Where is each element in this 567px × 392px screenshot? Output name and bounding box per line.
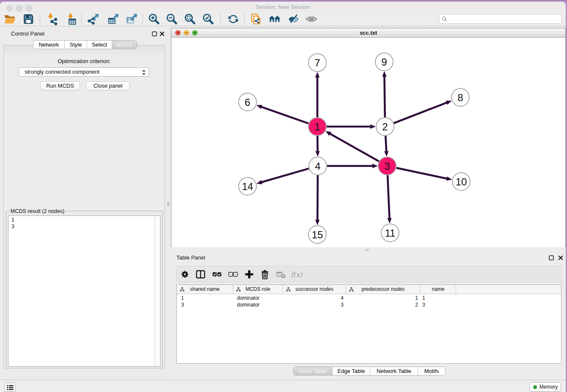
split-panel-button[interactable] — [195, 269, 206, 280]
graph-node-2[interactable]: 2 — [376, 118, 394, 135]
select-all-button[interactable] — [212, 269, 223, 280]
tab-node-table[interactable]: Node Table — [294, 367, 332, 375]
horizontal-splitter-handle[interactable] — [365, 249, 369, 251]
tab-edge-table[interactable]: Edge Table — [332, 367, 370, 375]
task-history-button[interactable] — [4, 383, 16, 392]
column-header-successor-nodes[interactable]: successor nodes — [283, 285, 346, 294]
graph-edge-4-3[interactable] — [327, 164, 378, 168]
open-session-button[interactable] — [3, 13, 16, 25]
table-cell[interactable]: 3 — [283, 301, 346, 308]
deselect-all-button[interactable] — [228, 269, 239, 280]
zoom-in-button[interactable] — [148, 13, 160, 25]
tab-mcds[interactable]: MCDS — [112, 41, 137, 49]
graph-edge-1-2[interactable] — [327, 124, 376, 129]
table-cell[interactable]: 3 — [421, 301, 456, 308]
memory-button[interactable]: Memory — [529, 382, 561, 392]
table-row[interactable]: 3dominator323 — [177, 301, 561, 308]
table-cell[interactable]: 1 — [177, 295, 233, 301]
vertical-splitter[interactable] — [166, 26, 171, 380]
column-header-shared-name[interactable]: shared name — [177, 285, 233, 294]
search-box[interactable] — [439, 14, 562, 24]
table-panel-float-icon[interactable] — [549, 255, 554, 261]
run-mcds-button[interactable]: Run MCDS — [40, 81, 80, 91]
table-row[interactable]: 1dominator411 — [177, 295, 561, 301]
table-cell[interactable]: 4 — [283, 295, 346, 301]
criterion-dropdown[interactable]: strongly connected component — [19, 67, 149, 77]
show-all-button[interactable] — [305, 13, 318, 25]
network-canvas[interactable]: 1234678910111415 — [171, 38, 565, 247]
network-minimize-button[interactable] — [184, 30, 189, 36]
table-cell[interactable]: dominator — [233, 295, 283, 301]
graph-edge-2-3[interactable] — [384, 136, 388, 157]
graph-node-11[interactable]: 11 — [381, 224, 399, 242]
duplicate-network-button[interactable] — [250, 13, 263, 25]
add-column-button[interactable] — [244, 269, 255, 280]
column-header-name[interactable]: name — [421, 285, 456, 294]
graph-node-8[interactable]: 8 — [451, 88, 469, 106]
graph-edge-2-9[interactable] — [382, 71, 386, 117]
first-neighbors-button[interactable] — [227, 13, 239, 25]
import-network-button[interactable] — [45, 13, 58, 25]
network-close-button[interactable] — [175, 30, 181, 36]
export-image-button[interactable] — [125, 13, 138, 25]
zoom-fit-button[interactable] — [184, 13, 196, 25]
tab-network[interactable]: Network — [33, 41, 64, 49]
graph-edge-1-6[interactable] — [256, 105, 308, 124]
hide-selected-button[interactable] — [287, 13, 300, 25]
delete-column-button[interactable] — [259, 269, 270, 280]
table-cell[interactable]: 2 — [346, 301, 421, 308]
graph-node-3[interactable]: 3 — [378, 157, 396, 175]
import-network-icon — [45, 13, 58, 25]
table-cell[interactable]: 1 — [421, 295, 456, 301]
horizontal-splitter[interactable] — [171, 247, 566, 253]
graph-edge-4-15[interactable] — [315, 175, 319, 225]
mcds-result-text[interactable]: 1 3 — [8, 215, 161, 367]
tab-style[interactable]: Style — [64, 41, 87, 49]
table-cell[interactable]: 3 — [177, 301, 233, 308]
graph-edge-2-8[interactable] — [394, 101, 452, 123]
graph-node-15[interactable]: 15 — [308, 226, 326, 243]
graph-node-1[interactable]: 1 — [308, 118, 326, 135]
tab-network-table[interactable]: Network Table — [370, 367, 418, 375]
table-settings-icon — [179, 269, 190, 280]
graph-node-4[interactable]: 4 — [309, 157, 327, 175]
graph-node-14[interactable]: 14 — [239, 177, 256, 195]
network-zoom-button[interactable] — [192, 30, 198, 36]
save-session-button[interactable] — [22, 13, 35, 25]
graph-edge-3-10[interactable] — [396, 168, 452, 181]
table-cell[interactable]: dominator — [233, 301, 283, 308]
window-titlebar[interactable]: Session: New Session — [0, 2, 566, 12]
network-window-titlebar[interactable]: scc.txt — [171, 28, 565, 38]
graph-edge-1-7[interactable] — [315, 72, 319, 117]
tab-select[interactable]: Select — [87, 41, 112, 49]
table-cell[interactable]: 1 — [346, 295, 421, 301]
export-table-button[interactable] — [107, 13, 119, 25]
list-icon — [7, 385, 14, 390]
table-panel-close-icon[interactable] — [558, 255, 564, 261]
network-view-window: scc.txt 1234678910111415 — [171, 28, 566, 247]
export-network-button[interactable] — [87, 13, 99, 25]
graph-edge-4-14[interactable] — [256, 168, 309, 184]
vertical-splitter-handle[interactable] — [167, 202, 170, 206]
import-table-button[interactable] — [64, 13, 77, 25]
search-input[interactable] — [449, 15, 559, 23]
result-scrollbar[interactable] — [154, 216, 160, 366]
table-settings-button[interactable] — [179, 269, 190, 280]
zoom-out-button[interactable] — [165, 13, 178, 25]
home-button[interactable] — [268, 13, 281, 25]
close-panel-button[interactable]: Close panel — [86, 81, 130, 91]
control-panel-close-icon[interactable] — [160, 31, 165, 37]
graph-node-6[interactable]: 6 — [239, 93, 256, 111]
graph-edge-3-11[interactable] — [387, 175, 391, 224]
control-panel-float-icon[interactable] — [152, 31, 157, 37]
column-header-predecessor-nodes[interactable]: predecessor nodes — [346, 285, 421, 294]
graph-edge-3-1[interactable] — [325, 131, 379, 161]
graph-node-9[interactable]: 9 — [375, 53, 393, 71]
graph-node-7[interactable]: 7 — [308, 54, 326, 72]
column-header-MCDS-role[interactable]: MCDS role — [233, 285, 283, 294]
graph-edge-1-4[interactable] — [315, 136, 319, 157]
tab-motifs[interactable]: Motifs — [418, 367, 445, 375]
graph-node-10[interactable]: 10 — [452, 173, 470, 190]
criterion-dropdown-value: strongly connected component — [25, 69, 99, 75]
zoom-selected-button[interactable] — [202, 13, 215, 25]
